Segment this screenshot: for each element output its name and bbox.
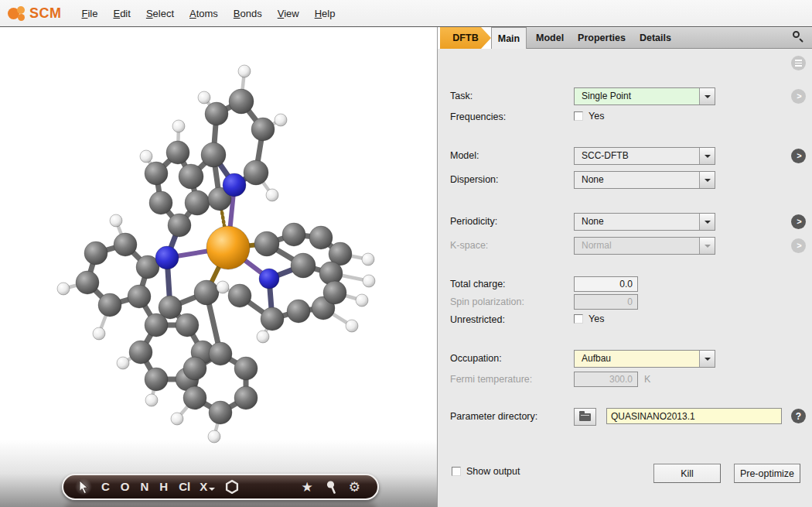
molecule-viewport[interactable]: C O N H Cl X ★ ⚙ xyxy=(0,27,438,507)
atom-C[interactable] xyxy=(251,118,275,141)
parameter-directory-input[interactable] xyxy=(606,408,782,424)
atom-C[interactable] xyxy=(149,191,172,214)
atom-C[interactable] xyxy=(145,162,168,185)
atom-C[interactable] xyxy=(201,142,226,167)
atom-C[interactable] xyxy=(323,281,346,304)
atom-C[interactable] xyxy=(179,164,203,189)
element-chlorine-button[interactable]: Cl xyxy=(179,475,190,498)
element-hydrogen-button[interactable]: H xyxy=(159,475,168,498)
atom-C[interactable] xyxy=(114,233,137,256)
atom-H[interactable] xyxy=(57,283,70,295)
show-output-label[interactable]: Show output xyxy=(466,466,520,477)
menu-view[interactable]: View xyxy=(278,8,299,19)
model-details-button[interactable]: > xyxy=(791,149,806,163)
atom-C[interactable] xyxy=(185,190,210,215)
occupation-dropdown[interactable]: Aufbau xyxy=(574,350,715,368)
total-charge-input[interactable] xyxy=(574,276,638,292)
element-carbon-button[interactable]: C xyxy=(101,475,110,498)
atom-H[interactable] xyxy=(238,65,251,77)
atom-H[interactable] xyxy=(145,394,158,406)
tab-model[interactable]: Model xyxy=(536,33,564,43)
atom-H[interactable] xyxy=(217,281,229,293)
molecule-3d-view[interactable] xyxy=(0,27,438,507)
select-cursor-tool[interactable] xyxy=(74,478,93,496)
atom-C[interactable] xyxy=(209,342,232,365)
atom-C[interactable] xyxy=(84,242,107,265)
model-dropdown[interactable]: SCC-DFTB xyxy=(574,147,715,165)
dropdown-arrow-button[interactable] xyxy=(699,148,715,164)
atom-C[interactable] xyxy=(145,368,168,391)
atom-C[interactable] xyxy=(287,300,310,323)
atom-H[interactable] xyxy=(198,91,210,104)
menu-atoms[interactable]: Atoms xyxy=(189,8,218,19)
atom-C[interactable] xyxy=(166,141,189,164)
kill-button[interactable]: Kill xyxy=(653,464,721,483)
tab-main[interactable]: Main xyxy=(491,27,527,49)
task-dropdown[interactable]: Single Point xyxy=(574,87,715,105)
unrestricted-option-label[interactable]: Yes xyxy=(589,313,604,324)
settings-tool[interactable]: ⚙ xyxy=(349,479,360,495)
parameter-directory-help-button[interactable]: ? xyxy=(791,409,806,423)
element-picker-button[interactable]: X xyxy=(200,475,215,498)
menu-edit[interactable]: Edit xyxy=(113,8,130,19)
atom-C[interactable] xyxy=(244,160,268,185)
dropdown-arrow-button[interactable] xyxy=(699,88,715,104)
element-nitrogen-button[interactable]: N xyxy=(141,475,149,498)
atom-H[interactable] xyxy=(362,253,374,265)
atom-H[interactable] xyxy=(257,331,269,343)
atom-C[interactable] xyxy=(183,386,206,409)
browse-directory-button[interactable] xyxy=(574,408,596,426)
atom-C[interactable] xyxy=(205,102,228,125)
periodicity-details-button[interactable]: > xyxy=(791,214,806,229)
ring-structure-tool[interactable] xyxy=(225,480,239,494)
atom-C[interactable] xyxy=(234,386,258,409)
task-details-button[interactable]: > xyxy=(791,89,806,104)
atom-C[interactable] xyxy=(76,271,99,294)
frequencies-checkbox[interactable] xyxy=(574,111,583,121)
atom-H[interactable] xyxy=(266,189,278,201)
frequencies-option-label[interactable]: Yes xyxy=(589,111,604,122)
atom-C[interactable] xyxy=(194,280,219,305)
atom-C[interactable] xyxy=(282,223,305,246)
atom-H[interactable] xyxy=(117,357,129,369)
atom-C[interactable] xyxy=(261,307,284,331)
atom-C[interactable] xyxy=(98,293,121,317)
atom-C[interactable] xyxy=(228,284,251,307)
panel-menu-button[interactable] xyxy=(791,56,806,70)
structures-tool[interactable]: ★ xyxy=(302,479,313,495)
atom-C[interactable] xyxy=(234,357,258,380)
menu-select[interactable]: Select xyxy=(146,8,174,19)
menu-bonds[interactable]: Bonds xyxy=(234,8,262,19)
atom-H[interactable] xyxy=(363,275,375,287)
periodicity-dropdown[interactable]: None xyxy=(574,213,715,231)
tab-method-dftb[interactable]: DFTB xyxy=(440,27,491,49)
dropdown-arrow-button[interactable] xyxy=(699,214,715,230)
atom-C[interactable] xyxy=(209,401,232,424)
preoptimize-button[interactable]: Pre-optimize xyxy=(734,464,800,483)
show-output-checkbox[interactable] xyxy=(452,467,461,476)
atom-C[interactable] xyxy=(168,214,191,237)
search-button[interactable] xyxy=(792,30,804,46)
atom-H[interactable] xyxy=(93,327,105,340)
atom-H[interactable] xyxy=(346,320,358,332)
atom-C[interactable] xyxy=(129,341,152,364)
menu-file[interactable]: File xyxy=(82,8,98,19)
tab-details[interactable]: Details xyxy=(640,33,671,43)
dispersion-dropdown[interactable]: None xyxy=(574,171,715,189)
atom-C[interactable] xyxy=(183,357,206,380)
unrestricted-checkbox[interactable] xyxy=(574,314,583,324)
atom-N[interactable] xyxy=(155,246,179,269)
atom-C[interactable] xyxy=(254,231,279,256)
atom-H[interactable] xyxy=(208,430,220,443)
atom-C[interactable] xyxy=(145,313,168,337)
atom-Ru[interactable] xyxy=(206,226,250,269)
atom-H[interactable] xyxy=(172,120,185,132)
tab-properties[interactable]: Properties xyxy=(578,33,626,43)
atom-N[interactable] xyxy=(223,173,246,197)
atom-H[interactable] xyxy=(171,413,183,425)
dropdown-arrow-button[interactable] xyxy=(699,172,715,188)
atom-H[interactable] xyxy=(140,150,152,163)
atom-N[interactable] xyxy=(259,269,279,289)
atom-H[interactable] xyxy=(275,114,287,126)
atom-C[interactable] xyxy=(176,313,199,337)
